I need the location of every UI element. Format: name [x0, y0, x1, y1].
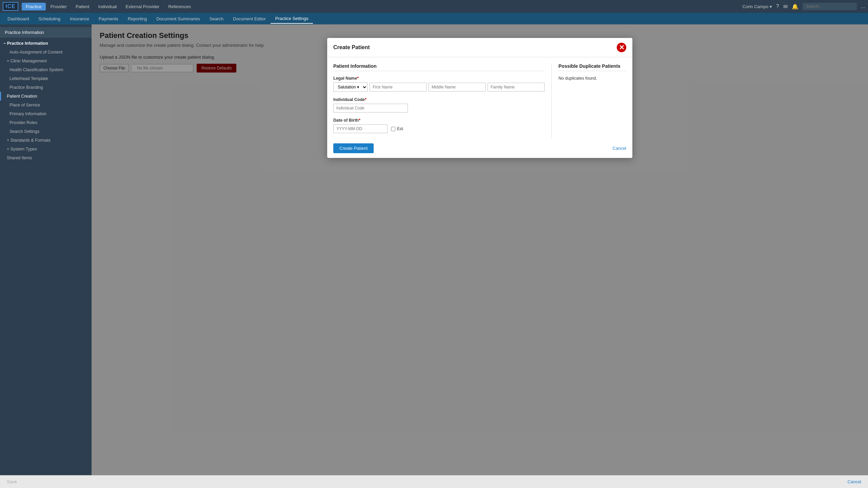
est-text: Est. — [397, 126, 404, 131]
nav-scheduling[interactable]: Scheduling — [34, 14, 65, 23]
nav-item-references[interactable]: References — [164, 3, 195, 11]
sidebar-item-standards-formats[interactable]: + Standards & Formats — [0, 136, 92, 145]
sidebar-item-patient-creation[interactable]: Patient Creation — [0, 92, 92, 101]
dob-group: Date of Birth* Est. — [333, 118, 545, 133]
nav-item-patient[interactable]: Patient — [72, 3, 93, 11]
family-name-input[interactable] — [488, 83, 545, 92]
nav-payments[interactable]: Payments — [94, 14, 123, 23]
nav-document-editor[interactable]: Document Editor — [228, 14, 271, 23]
nav-item-practice[interactable]: Practice — [22, 3, 46, 11]
nav-search[interactable]: Search — [205, 14, 228, 23]
dob-label: Date of Birth* — [333, 118, 545, 123]
nav-dashboard[interactable]: Dashboard — [3, 14, 34, 23]
modal-close-button[interactable]: ✕ — [617, 43, 626, 52]
sidebar: Practice Information − Practice Informat… — [0, 24, 92, 475]
top-nav-right: Corin Campo ▾ ? ✉ 🔔 ... — [743, 3, 865, 10]
cancel-button[interactable]: Cancel — [848, 479, 861, 484]
nav-insurance[interactable]: Insurance — [65, 14, 94, 23]
app-logo: ICE — [3, 2, 18, 11]
nav-item-external-provider[interactable]: External Provider — [121, 3, 163, 11]
nav-reporting[interactable]: Reporting — [123, 14, 152, 23]
no-duplicates-text: No duplicates found. — [558, 76, 626, 81]
sidebar-item-letterhead[interactable]: Letterhead Template — [0, 74, 92, 83]
est-checkbox-label[interactable]: Est. — [391, 126, 404, 131]
user-name[interactable]: Corin Campo ▾ — [743, 4, 772, 9]
dob-row: Est. — [333, 124, 545, 133]
sidebar-item-auto-assignment[interactable]: Auto-Assignment of Content — [0, 48, 92, 57]
patient-info-section-title: Patient Information — [333, 63, 545, 71]
sidebar-item-place-of-service[interactable]: Place of Service — [0, 101, 92, 109]
modal-title: Create Patient — [333, 44, 370, 50]
sidebar-item-health-classification[interactable]: Health Classification System — [0, 65, 92, 74]
legal-name-label: Legal Name* — [333, 76, 545, 81]
required-marker-dob: * — [359, 118, 360, 123]
mail-icon[interactable]: ✉ — [783, 3, 788, 10]
modal-cancel-link[interactable]: Cancel — [613, 146, 626, 151]
main-layout: Practice Information − Practice Informat… — [0, 24, 868, 475]
name-row: Salutation ▾ — [333, 82, 545, 92]
sidebar-item-clinic-management[interactable]: + Clinic Management — [0, 57, 92, 65]
create-patient-button[interactable]: Create Patient — [333, 143, 374, 153]
top-nav: ICE Practice Provider Patient Individual… — [0, 0, 868, 13]
required-marker-code: * — [365, 97, 367, 102]
modal-left-section: Patient Information Legal Name* Salutati… — [333, 63, 552, 139]
second-nav: Dashboard Scheduling Insurance Payments … — [0, 13, 868, 24]
search-input[interactable] — [803, 3, 857, 10]
content-area: Patient Creation Settings Manage and cus… — [92, 24, 868, 475]
modal-overlay: Create Patient ✕ Patient Information Leg… — [92, 24, 868, 475]
salutation-select[interactable]: Salutation ▾ — [333, 82, 368, 92]
dob-input[interactable] — [333, 124, 388, 133]
legal-name-group: Legal Name* Salutation ▾ — [333, 76, 545, 92]
individual-code-group: Individual Code* — [333, 97, 545, 113]
modal-footer: Create Patient Cancel — [327, 139, 632, 158]
sidebar-item-primary-information[interactable]: Primary Information — [0, 109, 92, 118]
bell-icon[interactable]: 🔔 — [792, 3, 798, 10]
sidebar-header: Practice Information — [0, 27, 92, 38]
modal-header: Create Patient ✕ — [327, 38, 632, 57]
first-name-input[interactable] — [370, 83, 427, 92]
est-checkbox[interactable] — [391, 127, 395, 131]
required-marker: * — [357, 76, 359, 81]
modal-body: Patient Information Legal Name* Salutati… — [327, 57, 632, 139]
middle-name-input[interactable] — [429, 83, 486, 92]
nav-item-provider[interactable]: Provider — [46, 3, 71, 11]
sidebar-item-search-settings[interactable]: Search Settings — [0, 127, 92, 136]
nav-document-summaries[interactable]: Document Summaries — [152, 14, 205, 23]
sidebar-item-shared-items[interactable]: Shared Items — [0, 154, 92, 162]
nav-practice-settings[interactable]: Practice Settings — [271, 14, 313, 24]
sidebar-item-system-types[interactable]: + System Types — [0, 145, 92, 154]
save-button[interactable]: Save — [7, 479, 17, 484]
bottom-bar: Save Cancel — [0, 475, 868, 488]
modal-right-section: Possible Duplicate Patients No duplicate… — [552, 63, 626, 139]
sidebar-item-provider-roles[interactable]: Provider Roles — [0, 118, 92, 127]
sidebar-item-practice-information[interactable]: − Practice Information — [0, 39, 92, 48]
individual-code-label: Individual Code* — [333, 97, 545, 102]
more-icon[interactable]: ... — [861, 3, 865, 9]
sidebar-item-practice-branding[interactable]: Practice Branding — [0, 83, 92, 92]
help-icon[interactable]: ? — [776, 3, 779, 9]
individual-code-input[interactable] — [333, 104, 408, 113]
nav-item-individual[interactable]: Individual — [94, 3, 121, 11]
create-patient-modal: Create Patient ✕ Patient Information Leg… — [327, 38, 632, 158]
duplicate-section-title: Possible Duplicate Patients — [558, 63, 626, 71]
